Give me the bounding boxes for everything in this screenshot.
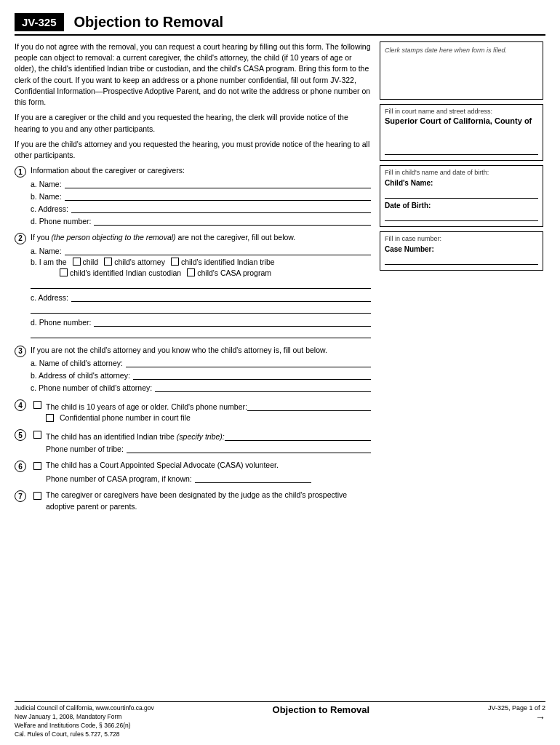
footer-line3: Welfare and Institutions Code, § 366.26(… xyxy=(15,722,154,730)
section-5: 5 The child has an identified Indian tri… xyxy=(15,429,371,455)
child-info-box-label: Fill in child's name and date of birth: xyxy=(385,169,538,176)
s2-a-field[interactable] xyxy=(65,245,371,255)
s2-childs-attorney-checkbox-item: child's attorney xyxy=(104,258,165,266)
s6-phone-row: Phone number of CASA program, if known: xyxy=(46,473,371,483)
s7-num-check: 7 xyxy=(15,490,41,502)
s4-checkbox[interactable] xyxy=(33,401,41,409)
s3-atty-name: a. Name of child's attorney: xyxy=(31,357,371,367)
s5-phone-field[interactable] xyxy=(127,443,371,453)
s1-c-field[interactable] xyxy=(71,203,371,213)
right-column: Clerk stamps date here when form is file… xyxy=(380,41,543,517)
s6-phone-label: Phone number of CASA program, if known: xyxy=(46,474,192,483)
section-1-name-b: b. Name: xyxy=(31,191,371,201)
s3-b-field[interactable] xyxy=(133,370,371,380)
section-1-body: Information about the caregiver or careg… xyxy=(31,165,371,228)
s5-checkbox[interactable] xyxy=(33,431,41,439)
dob-field[interactable] xyxy=(385,212,538,221)
s2-child-checkbox-item: child xyxy=(73,258,99,266)
s4-confidential-row: Confidential phone number in court file xyxy=(46,413,371,422)
s2-indian-custodian-checkbox[interactable] xyxy=(60,268,68,276)
section-5-num: 5 xyxy=(15,429,26,441)
footer-line4: Cal. Rules of Court, rules 5.727, 5.728 xyxy=(15,730,154,739)
footer-right: JV-325, Page 1 of 2 → xyxy=(488,704,545,723)
s2-indian-tribe-checkbox-item: child's identified Indian tribe xyxy=(171,258,275,266)
section-6-num: 6 xyxy=(15,461,26,472)
section-7-num: 7 xyxy=(15,490,26,502)
court-name-field[interactable] xyxy=(385,146,538,155)
section-2-phone: d. Phone number: xyxy=(31,316,371,327)
s4-phone-field[interactable] xyxy=(247,401,371,411)
s3-atty-phone: c. Phone number of child's attorney: xyxy=(31,382,371,392)
s2-italic: (the person objecting to the removal) xyxy=(52,233,176,242)
section-2-body: If you (the person objecting to the remo… xyxy=(31,232,371,340)
s2-indian-tribe-label: child's identified Indian tribe xyxy=(181,258,275,266)
section-6: 6 The child has a Court Appointed Specia… xyxy=(15,460,371,485)
s2-c-label: c. Address: xyxy=(31,293,68,302)
section-3-body: If you are not the child's attorney and … xyxy=(31,345,371,395)
s3-c-field[interactable] xyxy=(155,382,371,392)
s4-text: The child is 10 years of age or older. C… xyxy=(46,402,247,411)
case-number-title: Case Number: xyxy=(385,245,538,253)
section-2: 2 If you (the person objecting to the re… xyxy=(15,232,371,340)
section-4: 4 The child is 10 years of age or older.… xyxy=(15,399,371,424)
section-2-num: 2 xyxy=(15,233,26,244)
s6-phone-field[interactable] xyxy=(195,473,311,483)
section-3-text: If you are not the child's attorney and … xyxy=(31,345,371,356)
case-number-field[interactable] xyxy=(385,255,538,265)
s6-checkbox[interactable] xyxy=(33,462,41,470)
s2-indian-custodian-checkbox-item: child's identified Indian custodian xyxy=(60,268,181,277)
child-info-box: Fill in child's name and date of birth: … xyxy=(380,165,543,227)
section-7: 7 The caregiver or caregivers have been … xyxy=(15,490,371,513)
s2-address-extra xyxy=(31,304,371,314)
intro-p1: If you do not agree with the removal, yo… xyxy=(15,41,371,108)
s7-checkbox[interactable] xyxy=(33,492,41,500)
section-3-num: 3 xyxy=(15,346,26,357)
s5-tribe-field[interactable] xyxy=(225,431,371,441)
s5-num-check: 5 xyxy=(15,429,41,441)
s2-d-field[interactable] xyxy=(94,316,371,327)
s6-text: The child has a Court Appointed Special … xyxy=(46,460,371,471)
s4-text-row: The child is 10 years of age or older. C… xyxy=(46,401,371,411)
s2-child-checkbox[interactable] xyxy=(73,258,81,266)
footer-page-ref: JV-325, Page 1 of 2 xyxy=(488,704,545,712)
s2-indian-tribe-checkbox[interactable] xyxy=(171,258,179,266)
s2-extra-line xyxy=(31,279,371,289)
s2-d-label: d. Phone number: xyxy=(31,318,91,327)
s2-phone-extra xyxy=(31,329,371,338)
s4-confidential-checkbox[interactable] xyxy=(46,414,54,422)
section-2-text: If you (the person objecting to the remo… xyxy=(31,232,371,244)
s1-d-label: d. Phone number: xyxy=(31,217,91,226)
s1-c-label: c. Address: xyxy=(31,204,68,213)
section-1-phone: d. Phone number: xyxy=(31,215,371,226)
s3-atty-address: b. Address of child's attorney: xyxy=(31,370,371,380)
s4-num-check: 4 xyxy=(15,399,41,411)
s4-confidential-label: Confidential phone number in court file xyxy=(60,413,191,422)
s2-casa-checkbox[interactable] xyxy=(187,268,195,276)
childs-name-field[interactable] xyxy=(385,189,538,199)
court-name-value: Superior Court of California, County of xyxy=(385,116,532,125)
court-box-label: Fill in court name and street address: xyxy=(385,108,538,115)
s1-a-label: a. Name: xyxy=(31,180,62,188)
section-6-body: The child has a Court Appointed Special … xyxy=(46,460,371,485)
section-1-num: 1 xyxy=(15,166,26,178)
clerk-stamp-label: Clerk stamps date here when form is file… xyxy=(385,47,507,54)
form-title: Objection to Removal xyxy=(74,14,224,31)
section-1-name-a: a. Name: xyxy=(31,178,371,188)
s2-child-label: child xyxy=(83,258,99,266)
dob-label: Date of Birth: xyxy=(385,202,538,210)
section-2-address: c. Address: xyxy=(31,292,371,302)
footer-line2: New January 1, 2008, Mandatory Form xyxy=(15,713,154,722)
s2-childs-attorney-checkbox[interactable] xyxy=(104,258,112,266)
form-id: JV-325 xyxy=(15,13,64,31)
s2-casa-checkbox-item: child's CASA program xyxy=(187,268,271,277)
footer-left: Judicial Council of California, www.cour… xyxy=(15,704,154,739)
section-2-name-a: a. Name: xyxy=(31,245,371,255)
s5-text: The child has an identified Indian tribe… xyxy=(46,432,225,441)
s2-casa-label: child's CASA program xyxy=(197,268,271,277)
next-page-arrow[interactable]: → xyxy=(488,712,545,723)
s1-d-field[interactable] xyxy=(94,215,371,226)
s2-c-field[interactable] xyxy=(71,292,371,302)
s1-b-field[interactable] xyxy=(65,191,371,201)
s3-a-field[interactable] xyxy=(126,357,371,367)
s1-a-field[interactable] xyxy=(65,178,371,188)
